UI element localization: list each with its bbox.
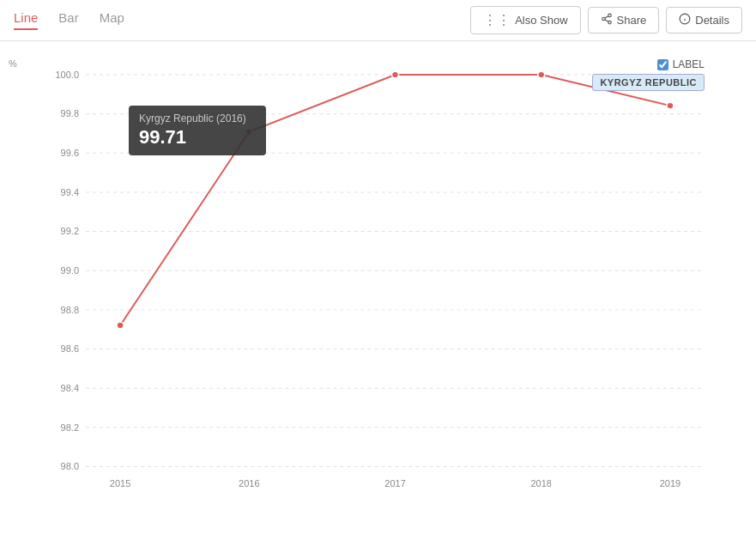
data-point-2016 xyxy=(245,129,252,136)
svg-text:100.0: 100.0 xyxy=(55,70,79,80)
share-button[interactable]: Share xyxy=(588,7,660,33)
svg-text:98.0: 98.0 xyxy=(61,462,79,472)
svg-point-0 xyxy=(608,14,611,17)
header: Line Bar Map ⋮⋮ Also Show Share Details xyxy=(0,0,756,41)
svg-text:99.8: 99.8 xyxy=(61,109,79,119)
svg-text:98.2: 98.2 xyxy=(61,422,79,433)
label-text: LABEL xyxy=(673,58,705,70)
svg-point-1 xyxy=(602,17,605,21)
data-point-2019 xyxy=(667,102,674,109)
tab-map[interactable]: Map xyxy=(100,10,124,30)
share-icon xyxy=(601,13,613,27)
svg-text:98.6: 98.6 xyxy=(61,344,79,355)
svg-text:98.4: 98.4 xyxy=(61,383,79,393)
chart-container: LABEL KYRGYZ REPUBLIC 98.0 98.2 98.4 98.… xyxy=(51,58,705,491)
svg-line-3 xyxy=(605,20,608,21)
y-axis-unit: % xyxy=(9,58,17,69)
also-show-button[interactable]: ⋮⋮ Also Show xyxy=(470,6,580,34)
svg-text:2018: 2018 xyxy=(531,479,553,489)
svg-text:99.6: 99.6 xyxy=(61,148,79,158)
svg-text:99.4: 99.4 xyxy=(61,187,79,197)
chart-svg: 98.0 98.2 98.4 98.6 98.8 99.0 99.2 99.4 … xyxy=(51,58,705,491)
data-line xyxy=(120,75,670,325)
data-point-2015 xyxy=(117,322,124,329)
info-icon xyxy=(679,13,691,27)
svg-point-2 xyxy=(608,21,611,24)
tab-bar: Line Bar Map xyxy=(14,10,470,30)
legend-area: LABEL KYRGYZ REPUBLIC xyxy=(592,58,705,91)
svg-line-4 xyxy=(605,16,608,18)
tab-bar[interactable]: Bar xyxy=(58,10,78,30)
header-actions: ⋮⋮ Also Show Share Details xyxy=(470,6,742,34)
svg-text:2017: 2017 xyxy=(384,479,406,489)
svg-text:98.8: 98.8 xyxy=(61,305,79,315)
label-toggle[interactable] xyxy=(657,59,668,70)
details-button[interactable]: Details xyxy=(666,7,742,33)
tab-line[interactable]: Line xyxy=(14,10,38,30)
dots-icon: ⋮⋮ xyxy=(483,12,511,28)
data-point-2018 xyxy=(538,71,545,78)
kyrgyz-badge[interactable]: KYRGYZ REPUBLIC xyxy=(592,74,705,91)
svg-text:99.2: 99.2 xyxy=(61,227,79,237)
svg-text:2019: 2019 xyxy=(660,479,681,489)
svg-text:2016: 2016 xyxy=(239,479,260,489)
svg-text:2015: 2015 xyxy=(110,479,131,489)
data-point-2017 xyxy=(392,71,399,78)
chart-area: % LABEL KYRGYZ REPUBLIC 98.0 98.2 98.4 9… xyxy=(0,41,756,534)
label-checkbox[interactable]: LABEL xyxy=(657,58,705,70)
svg-text:99.0: 99.0 xyxy=(61,265,79,276)
